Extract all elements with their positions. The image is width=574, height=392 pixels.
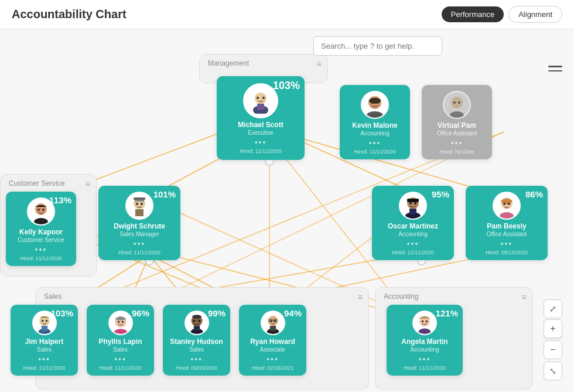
stanley-dots[interactable]: ••• xyxy=(190,354,203,364)
svg-point-67 xyxy=(503,203,505,205)
stanley-role: Sales xyxy=(189,346,204,353)
svg-point-89 xyxy=(274,320,275,322)
employee-card-oscar[interactable]: 95% Oscar Martinez Accounting ••• Hired:… xyxy=(372,186,454,260)
angela-avatar xyxy=(412,311,437,335)
zoom-in-button[interactable]: + xyxy=(544,319,562,338)
svg-point-78 xyxy=(114,329,127,335)
phyllis-avatar xyxy=(108,311,133,335)
virtual-pam-hired: Hired: No Date xyxy=(439,149,474,155)
svg-point-96 xyxy=(419,329,431,336)
svg-point-95 xyxy=(426,321,428,322)
employee-card-kevin[interactable]: Kevin Malone Accounting ••• Hired: 11/11… xyxy=(340,85,410,159)
kevin-hired: Hired: 11/11/2020 xyxy=(354,149,396,155)
svg-point-47 xyxy=(450,111,464,118)
employee-card-pam[interactable]: 86% Pam Beesly Office Assistant ••• Hire… xyxy=(466,186,548,260)
employee-card-virtual-pam[interactable]: Virtual Pam Office Assistant ••• Hired: … xyxy=(422,85,492,159)
chart-area: Management ≡ 103% Michael Scott Executiv… xyxy=(0,29,574,392)
accounting-label: Accounting xyxy=(384,292,418,301)
oscar-dots[interactable]: ••• xyxy=(407,239,419,248)
pam-dots[interactable]: ••• xyxy=(501,239,513,248)
svg-point-46 xyxy=(451,97,463,108)
collapse-icon[interactable]: ⤡ xyxy=(544,362,562,380)
accounting-group-menu[interactable]: ≡ xyxy=(522,292,527,302)
employee-card-phyllis[interactable]: 96% Phyllis Lapin Sales ••• Hired: 11/11… xyxy=(87,305,154,376)
sales-label: Sales xyxy=(44,292,62,301)
jim-percent: 103% xyxy=(51,308,73,318)
phyllis-role: Sales xyxy=(113,346,128,353)
angela-hired: Hired: 11/11/2020 xyxy=(404,365,446,371)
employee-card-dwight[interactable]: 101% Dwight Schrute Sales Manager ••• Hi… xyxy=(98,186,180,260)
performance-button[interactable]: Performance xyxy=(442,6,504,22)
page-title: Accountability Chart xyxy=(12,8,127,21)
svg-point-64 xyxy=(414,202,416,204)
svg-rect-59 xyxy=(135,209,144,216)
cs-group-menu[interactable]: ≡ xyxy=(86,179,90,189)
stanley-avatar xyxy=(184,311,209,335)
michael-name: Michael Scott xyxy=(238,121,283,129)
stanley-name: Stanley Hudson xyxy=(170,338,223,346)
employee-card-kelly[interactable]: 113% Kelly Kapoor Customer Service ••• H… xyxy=(6,192,76,266)
michael-dots[interactable]: ••• xyxy=(255,138,267,147)
pam-name: Pam Beesly xyxy=(487,222,526,230)
svg-point-82 xyxy=(193,319,195,322)
phyllis-dots[interactable]: ••• xyxy=(114,354,127,364)
phyllis-percent: 96% xyxy=(132,308,149,318)
alignment-button[interactable]: Alignment xyxy=(508,6,562,23)
employee-card-stanley[interactable]: 99% Stanley Hudson Sales ••• Hired: 09/0… xyxy=(163,305,230,376)
ryan-hired: Hired: 02/16/2021 xyxy=(252,365,294,371)
stanley-percent: 99% xyxy=(208,308,226,318)
expand-icon[interactable]: ⤢ xyxy=(544,299,562,318)
phyllis-hired: Hired: 11/11/2020 xyxy=(100,365,142,371)
employee-card-jim[interactable]: 103% Jim Halpert Sales ••• Hired: 11/11/… xyxy=(11,305,78,376)
svg-point-74 xyxy=(45,320,47,322)
jim-dots[interactable]: ••• xyxy=(38,354,50,364)
pam-avatar xyxy=(493,192,521,220)
michael-role: Executive xyxy=(248,129,273,136)
header-controls: Performance Alignment xyxy=(442,6,562,23)
dwight-role: Sales Manager xyxy=(119,231,159,237)
kevin-role: Accounting xyxy=(360,130,389,137)
svg-point-88 xyxy=(269,320,271,322)
oscar-avatar xyxy=(399,192,427,220)
svg-rect-81 xyxy=(193,326,199,331)
zoom-out-button[interactable]: − xyxy=(544,340,562,359)
ryan-role: Associate xyxy=(260,346,285,353)
dwight-percent: 101% xyxy=(153,189,176,199)
svg-point-69 xyxy=(500,212,514,219)
oscar-percent: 95% xyxy=(432,189,449,199)
svg-point-39 xyxy=(257,97,259,99)
kevin-name: Kevin Malone xyxy=(352,121,397,129)
sales-group-menu[interactable]: ≡ xyxy=(358,292,363,302)
oscar-role: Accounting xyxy=(398,231,427,237)
kevin-dots[interactable]: ••• xyxy=(369,138,381,148)
management-group-menu[interactable]: ≡ xyxy=(317,59,322,69)
svg-point-73 xyxy=(41,320,43,322)
virtual-pam-dots[interactable]: ••• xyxy=(451,138,463,148)
svg-point-58 xyxy=(141,203,143,205)
ryan-dots[interactable]: ••• xyxy=(266,354,279,364)
pam-percent: 86% xyxy=(525,189,543,199)
svg-point-63 xyxy=(409,202,412,204)
kelly-dots[interactable]: ••• xyxy=(35,245,47,254)
svg-rect-72 xyxy=(41,326,47,331)
stanley-hired: Hired: 09/03/2020 xyxy=(176,365,218,371)
employee-card-ryan[interactable]: 94% Ryan Howard Associate ••• Hired: 02/… xyxy=(239,305,306,376)
kevin-avatar xyxy=(361,91,389,119)
dwight-dots[interactable]: ••• xyxy=(134,239,146,248)
virtual-pam-role: Office Assistant xyxy=(437,130,477,137)
dwight-hired: Hired: 11/11/2020 xyxy=(118,250,160,255)
angela-percent: 121% xyxy=(436,308,458,318)
oscar-hired: Hired: 11/11/2020 xyxy=(392,250,434,255)
svg-rect-87 xyxy=(269,326,275,331)
employee-card-angela[interactable]: 121% Angela Martin Accounting ••• Hired:… xyxy=(387,305,463,376)
search-input[interactable] xyxy=(313,36,442,56)
svg-point-49 xyxy=(458,101,460,104)
cs-label: Customer Service xyxy=(9,179,64,188)
ryan-avatar xyxy=(261,311,285,335)
angela-dots[interactable]: ••• xyxy=(419,354,431,364)
svg-point-83 xyxy=(198,319,200,322)
employee-card-michael[interactable]: 103% Michael Scott Executive ••• Hired: … xyxy=(217,76,305,160)
svg-point-53 xyxy=(42,209,45,211)
hamburger-menu[interactable] xyxy=(548,66,562,71)
svg-point-45 xyxy=(369,98,381,104)
